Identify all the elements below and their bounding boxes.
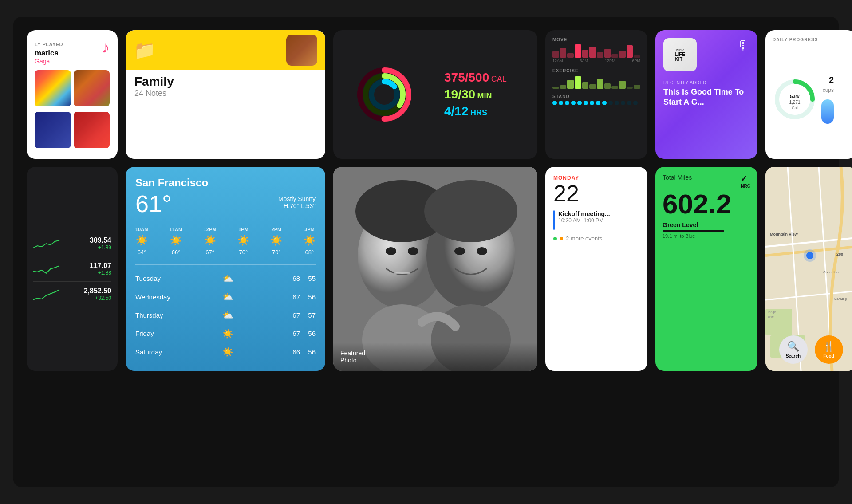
svg-point-19 bbox=[477, 247, 487, 255]
stock-row-2: 117.07 +1.88 bbox=[33, 262, 111, 276]
svg-text:Ridge: Ridge bbox=[768, 311, 776, 314]
stock-price-col-3: 2,852.50 +32.50 bbox=[76, 287, 111, 301]
health-ring-svg: 534/ 1,271 Cal bbox=[773, 77, 817, 122]
weather-city: San Francisco bbox=[135, 177, 316, 189]
svg-text:erve: erve bbox=[768, 315, 774, 318]
activity-chart-widget: MOVE 12AM 6AM 12PM 6PM bbox=[545, 30, 647, 159]
podcast-widget[interactable]: NPR LIFEKIT 🎙 RECENTLY ADDED This Is Goo… bbox=[655, 30, 757, 159]
podcast-title: This Is Good Time To Start A G... bbox=[663, 87, 749, 108]
forecast-icon-tue: ⛅ bbox=[171, 273, 284, 284]
running-miles: 602.2 bbox=[663, 190, 750, 218]
svg-point-16 bbox=[386, 247, 396, 255]
sun-icon-11am: ☀️ bbox=[170, 235, 182, 246]
food-icon: 🍴 bbox=[823, 341, 835, 352]
weather-forecast: Tuesday ⛅ 68 55 Wednesday ⛅ 67 56 Thursd… bbox=[135, 264, 316, 361]
more-events: 2 more events bbox=[553, 235, 639, 242]
podcast-icon: 🎙 bbox=[737, 38, 749, 53]
event-title: Kickoff meeting... bbox=[558, 210, 610, 217]
stock-price-col-1: 309.54 +1.89 bbox=[76, 236, 111, 251]
artist-name: Gaga bbox=[35, 58, 110, 65]
stand-chart-section: STAND bbox=[552, 94, 640, 105]
album-4[interactable] bbox=[74, 112, 110, 148]
move-chart-section: MOVE 12AM 6AM 12PM 6PM bbox=[552, 37, 640, 63]
move-label: MOVE bbox=[552, 37, 640, 42]
svg-rect-20 bbox=[394, 272, 410, 274]
maps-widget[interactable]: Mountain View Cupertino Saratog 280 Ridg… bbox=[765, 167, 852, 371]
hour-10am: 10AM ☀️ 64° bbox=[135, 227, 148, 256]
stand-dots bbox=[552, 101, 640, 105]
calories-unit: CAL bbox=[491, 75, 507, 83]
weather-condition: Mostly Sunny bbox=[278, 195, 316, 202]
stocks-widget[interactable]: 309.54 +1.89 117.07 +1.88 2,852.50 +32.5… bbox=[27, 167, 118, 371]
search-icon: 🔍 bbox=[787, 341, 799, 352]
hour-2pm: 2PM ☀️ 70° bbox=[270, 227, 282, 256]
health-widget[interactable]: DAILY PROGRESS 534/ 1,271 Cal 2 cups bbox=[765, 30, 852, 159]
maps-food-button[interactable]: 🍴 Food bbox=[815, 335, 843, 364]
album-grid bbox=[35, 70, 110, 151]
minutes-value: 19/30 bbox=[444, 87, 475, 101]
weather-widget[interactable]: San Francisco 61° Mostly Sunny H:70° L:5… bbox=[126, 167, 325, 371]
activity-widget[interactable]: 375/500 CAL 19/30 MIN 4/12 HRS bbox=[333, 30, 537, 159]
svg-point-36 bbox=[804, 249, 816, 262]
exercise-chart-section: EXERCISE bbox=[552, 68, 640, 89]
food-button-label: Food bbox=[823, 354, 834, 358]
stock-change-2: +1.88 bbox=[76, 270, 111, 276]
photo-overlay: Featured Photo bbox=[333, 343, 537, 371]
notes-count: 24 Notes bbox=[134, 89, 316, 98]
weather-description: Mostly Sunny H:70° L:53° bbox=[278, 192, 316, 209]
minutes-unit: MIN bbox=[477, 91, 492, 100]
svg-point-15 bbox=[424, 180, 517, 242]
stand-label: STAND bbox=[552, 94, 640, 99]
forecast-icon-thu: ⛅ bbox=[171, 310, 284, 320]
weather-high: H:70° bbox=[284, 202, 299, 209]
song-title: matica bbox=[35, 49, 110, 58]
notes-folder-title: Family bbox=[134, 75, 316, 89]
svg-text:Cal: Cal bbox=[792, 106, 798, 110]
weather-hourly: 10AM ☀️ 64° 11AM ☀️ 66° 12PM ☀️ 67° 1PM … bbox=[135, 222, 316, 260]
calendar-day-label: MONDAY bbox=[553, 175, 639, 181]
album-3[interactable] bbox=[35, 112, 71, 148]
running-widget[interactable]: Total Miles ✓ NRC 602.2 Green Level 19.1… bbox=[655, 167, 757, 371]
calendar-widget[interactable]: MONDAY 22 Kickoff meeting... 10:30 AM–1:… bbox=[545, 167, 647, 371]
podcast-header: NPR LIFEKIT 🎙 bbox=[663, 38, 749, 71]
health-main: 534/ 1,271 Cal 2 cups bbox=[773, 47, 849, 152]
stock-sparkline-1 bbox=[33, 237, 71, 250]
album-1[interactable] bbox=[35, 70, 71, 106]
sun-icon-1pm: ☀️ bbox=[237, 235, 249, 246]
notes-widget[interactable]: 📁 Family 24 Notes bbox=[126, 30, 325, 159]
music-widget[interactable]: ♪ LY PLAYED matica Gaga bbox=[27, 30, 118, 159]
svg-point-17 bbox=[408, 247, 418, 255]
notes-header-bar: 📁 bbox=[126, 30, 325, 70]
move-bars bbox=[552, 42, 640, 58]
photo-widget[interactable]: Featured Photo bbox=[333, 167, 537, 371]
recently-added-label: RECENTLY ADDED bbox=[663, 80, 749, 85]
health-ring: 534/ 1,271 Cal bbox=[773, 77, 817, 122]
svg-text:280: 280 bbox=[836, 252, 843, 256]
hours-unit: HRS bbox=[470, 108, 487, 117]
stock-row-1: 309.54 +1.89 bbox=[33, 236, 111, 251]
forecast-icon-fri: ☀️ bbox=[171, 328, 284, 339]
photo-background bbox=[333, 167, 537, 371]
stock-sparkline-2 bbox=[33, 262, 71, 276]
calendar-event: Kickoff meeting... 10:30 AM–1:00 PM bbox=[553, 210, 639, 230]
forecast-thursday: Thursday ⛅ 67 57 bbox=[135, 310, 316, 320]
stock-price-2: 117.07 bbox=[76, 262, 111, 270]
podcast-cover: NPR LIFEKIT bbox=[663, 38, 697, 71]
stock-price-3: 2,852.50 bbox=[76, 287, 111, 295]
featured-label: Featured bbox=[340, 350, 530, 357]
running-level: Green Level bbox=[663, 221, 750, 228]
maps-buttons: 🔍 Search 🍴 Food bbox=[765, 335, 852, 364]
cups-label: cups bbox=[823, 87, 834, 93]
calendar-date: 22 bbox=[553, 182, 639, 205]
album-2[interactable] bbox=[74, 70, 110, 106]
maps-search-button[interactable]: 🔍 Search bbox=[779, 335, 808, 364]
forecast-saturday: Saturday ☀️ 66 56 bbox=[135, 346, 316, 357]
nrc-badge: NRC bbox=[741, 184, 750, 189]
hour-1pm: 1PM ☀️ 70° bbox=[237, 227, 249, 256]
svg-text:1,271: 1,271 bbox=[789, 100, 800, 105]
move-time-labels: 12AM 6AM 12PM 6PM bbox=[552, 59, 640, 63]
featured-photo-label: Photo bbox=[340, 357, 530, 364]
exercise-label: EXERCISE bbox=[552, 68, 640, 73]
pill-icon bbox=[821, 99, 834, 124]
hour-11am: 11AM ☀️ 66° bbox=[170, 227, 182, 256]
